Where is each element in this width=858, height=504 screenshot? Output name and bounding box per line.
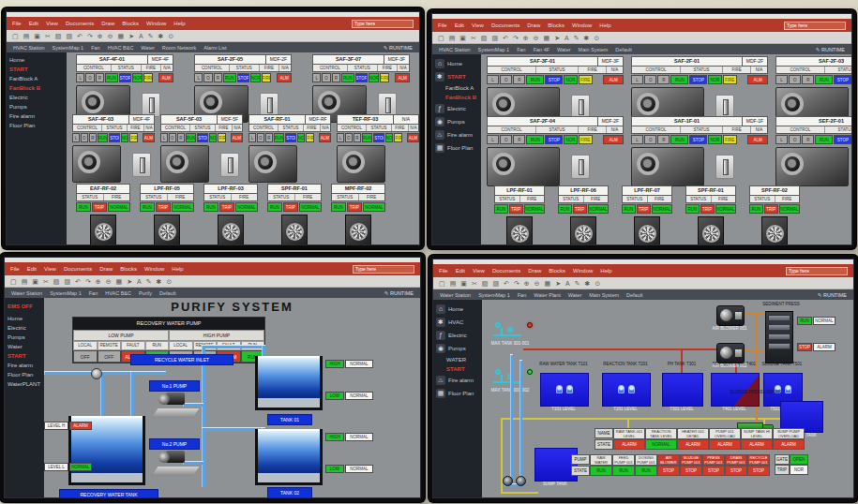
control-button[interactable]: R bbox=[802, 135, 814, 144]
control-button[interactable]: L bbox=[76, 73, 84, 82]
toolbar-icon-copy[interactable]: ▧ bbox=[53, 278, 60, 285]
control-button[interactable]: O bbox=[644, 75, 656, 84]
control-button[interactable]: L bbox=[775, 135, 788, 144]
toolbar-icon-tools[interactable]: ✱ bbox=[585, 280, 591, 287]
menu-help[interactable]: Help bbox=[599, 22, 610, 28]
tab-fan[interactable]: Fan bbox=[91, 45, 99, 51]
toolbar-icon-text[interactable]: A bbox=[139, 33, 143, 39]
toolbar-icon-undo[interactable]: ↶ bbox=[503, 35, 508, 41]
menu-draw[interactable]: Draw bbox=[101, 21, 114, 26]
toolbar-icon-paste[interactable]: ▨ bbox=[492, 280, 499, 287]
control-button[interactable]: R bbox=[214, 73, 222, 82]
menu-view[interactable]: View bbox=[473, 268, 485, 274]
toolbar-icon-find[interactable]: ⊙ bbox=[594, 35, 599, 41]
toolbar-icon-draw[interactable]: ✎ bbox=[575, 280, 580, 287]
tab-fan[interactable]: Fan bbox=[517, 47, 525, 52]
control-button[interactable]: L bbox=[248, 133, 256, 142]
sidebar-item-home[interactable]: ⌂Home bbox=[433, 304, 482, 314]
menu-documents[interactable]: Documents bbox=[66, 21, 94, 26]
control-button[interactable]: L bbox=[160, 133, 168, 142]
menu-blocks[interactable]: Blocks bbox=[548, 22, 564, 28]
control-button[interactable]: L bbox=[194, 73, 203, 82]
tab-water[interactable]: Water bbox=[568, 292, 581, 298]
control-button[interactable]: O bbox=[644, 135, 656, 144]
toolbar-icon-paste[interactable]: ▨ bbox=[491, 35, 498, 41]
sidebar-item-start[interactable]: START bbox=[433, 366, 482, 372]
toolbar-icon-select[interactable]: ➤ bbox=[555, 280, 561, 287]
control-button[interactable]: L bbox=[337, 133, 344, 142]
sidebar-item-hvac[interactable]: ✱HVAC bbox=[433, 318, 482, 327]
menu-search-box[interactable]: Type here bbox=[353, 265, 414, 274]
toolbar-icon-draw[interactable]: ✎ bbox=[146, 278, 152, 285]
menu-search-box[interactable]: Type here bbox=[786, 267, 848, 275]
toolbar-icon-undo[interactable]: ↶ bbox=[75, 278, 81, 285]
sidebar-item-fanblock-a[interactable]: FanBlock A bbox=[7, 76, 67, 82]
control-button[interactable]: O bbox=[81, 133, 88, 142]
tab-systemmap-1[interactable]: SystemMap 1 bbox=[478, 47, 510, 52]
control-button[interactable]: O bbox=[500, 135, 512, 144]
sidebar-item-electric[interactable]: ƒElectric bbox=[433, 331, 482, 340]
sidebar-item-floor-plan[interactable]: ▦Floor Plan bbox=[433, 389, 482, 398]
sidebar-item-electric[interactable]: Electric bbox=[5, 325, 44, 331]
control-button[interactable]: R bbox=[657, 135, 670, 144]
sidebar-item-fanblock-b[interactable]: FanBlock B bbox=[432, 95, 481, 100]
tab-purify[interactable]: Purify bbox=[139, 290, 152, 296]
toolbar-icon-text[interactable]: A bbox=[137, 278, 142, 285]
tab-main-system[interactable]: Main System bbox=[579, 47, 609, 52]
menu-file[interactable]: File bbox=[10, 266, 20, 272]
toolbar-icon-select[interactable]: ➤ bbox=[554, 35, 560, 41]
control-button[interactable]: L bbox=[487, 135, 499, 144]
menu-documents[interactable]: Documents bbox=[492, 268, 520, 274]
toolbar-icon-save[interactable]: ▣ bbox=[32, 278, 38, 285]
control-button[interactable]: R bbox=[177, 133, 185, 142]
toolbar-icon-zoom-in[interactable]: ⊕ bbox=[524, 280, 530, 287]
control-button[interactable]: R bbox=[96, 73, 104, 82]
menu-window[interactable]: Window bbox=[572, 22, 592, 28]
control-button[interactable]: L bbox=[775, 75, 788, 84]
control-button[interactable]: L bbox=[72, 133, 80, 142]
sidebar-item-start[interactable]: ✱START bbox=[432, 72, 481, 82]
tab-systemmap-1[interactable]: SystemMap 1 bbox=[50, 290, 82, 296]
control-button[interactable]: O bbox=[500, 75, 512, 84]
toolbar-icon-open[interactable]: ▤ bbox=[450, 280, 457, 287]
toolbar-icon-zoom-out[interactable]: ⊖ bbox=[108, 33, 113, 39]
control-button[interactable]: L bbox=[487, 75, 499, 84]
sidebar-item-fire-alarm[interactable]: ♨Fire alarm bbox=[432, 130, 481, 140]
damper-switch[interactable] bbox=[571, 155, 590, 179]
sidebar-item-fire-alarm[interactable]: ♨Fire alarm bbox=[433, 376, 482, 385]
sidebar-item-waterplant[interactable]: WaterPLANT bbox=[5, 381, 44, 387]
toolbar-icon-redo[interactable]: ↷ bbox=[514, 280, 519, 287]
sidebar-item-pumps[interactable]: Pumps bbox=[5, 334, 44, 340]
menu-blocks[interactable]: Blocks bbox=[122, 21, 139, 26]
sidebar-item-start[interactable]: START bbox=[5, 353, 44, 359]
toolbar-icon-zoom-in[interactable]: ⊕ bbox=[523, 35, 529, 41]
sidebar-item-home[interactable]: Home bbox=[5, 316, 44, 321]
sidebar-item-floor-plan[interactable]: Floor Plan bbox=[7, 123, 67, 128]
sidebar-item-home[interactable]: ⌂Home bbox=[432, 59, 481, 68]
menu-file[interactable]: File bbox=[12, 21, 22, 26]
sidebar-item-fire-alarm[interactable]: Fire alarm bbox=[7, 113, 67, 119]
tab-water-station[interactable]: Water Station bbox=[440, 292, 471, 298]
toolbar-icon-copy[interactable]: ▧ bbox=[482, 280, 489, 287]
tab-room-network[interactable]: Room Network bbox=[162, 45, 196, 51]
toolbar-icon-redo[interactable]: ↷ bbox=[85, 278, 91, 285]
toolbar-icon-select[interactable]: ➤ bbox=[128, 33, 134, 39]
toolbar-icon-paste[interactable]: ▨ bbox=[64, 278, 70, 285]
sidebar-item-fanblock-b[interactable]: FanBlock B bbox=[7, 85, 67, 91]
toolbar-icon-cut[interactable]: ✂ bbox=[472, 280, 477, 287]
control-button[interactable]: R bbox=[802, 75, 814, 84]
toolbar-icon-zoom-out[interactable]: ⊖ bbox=[534, 35, 539, 41]
toolbar-icon-find[interactable]: ⊙ bbox=[168, 33, 173, 39]
sidebar-item-pumps[interactable]: ◉Pumps bbox=[432, 117, 481, 126]
control-button[interactable]: L bbox=[312, 73, 321, 82]
toolbar-icon-grid[interactable]: ▦ bbox=[116, 278, 123, 285]
toolbar-icon-find[interactable]: ⊙ bbox=[595, 280, 600, 287]
sidebar-item-electric[interactable]: ƒElectric bbox=[432, 104, 481, 113]
toolbar-icon-zoom-in[interactable]: ⊕ bbox=[98, 33, 103, 39]
tab-fan[interactable]: Fan bbox=[89, 290, 98, 296]
control-button[interactable]: R bbox=[332, 73, 340, 82]
menu-documents[interactable]: Documents bbox=[64, 266, 92, 272]
toolbar-icon-cut[interactable]: ✂ bbox=[471, 35, 476, 41]
menu-help[interactable]: Help bbox=[172, 266, 183, 272]
menu-search-box[interactable]: Type here bbox=[784, 22, 846, 30]
